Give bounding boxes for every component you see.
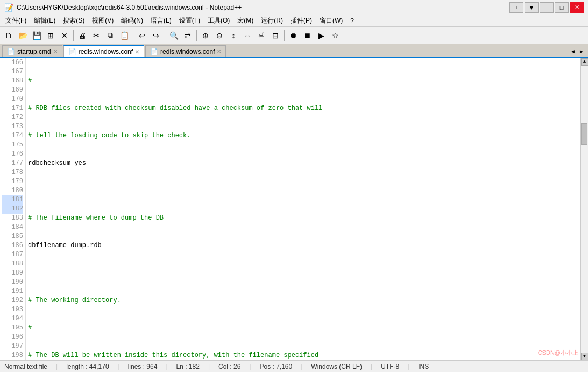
tab-nav-buttons: ◄ ► bbox=[569, 45, 586, 57]
menu-view[interactable]: 视图(V) bbox=[89, 15, 117, 26]
menu-edit[interactable]: 编辑(E) bbox=[31, 15, 59, 26]
scroll-track[interactable] bbox=[581, 66, 589, 353]
ln-196: 196 bbox=[2, 333, 23, 342]
ln-181: 181 bbox=[2, 195, 23, 205]
tab-icon-redis2: 📄 bbox=[150, 48, 158, 55]
menu-encode[interactable]: 编码(N) bbox=[118, 15, 146, 26]
ln-185: 185 bbox=[2, 232, 23, 241]
ln-178: 178 bbox=[2, 168, 23, 177]
line-numbers: 166 167 168 169 170 171 172 173 174 175 … bbox=[0, 58, 26, 360]
tb-macro-play[interactable]: ▶ bbox=[315, 29, 328, 42]
ln-172: 172 bbox=[2, 113, 23, 122]
menu-macro[interactable]: 宏(M) bbox=[234, 15, 257, 26]
tab-close-startup[interactable]: ✕ bbox=[53, 48, 58, 54]
tb-save-all[interactable]: ⊞ bbox=[44, 29, 57, 42]
ln-183: 183 bbox=[2, 214, 23, 223]
code-line-171: # The filename where to dump the DB bbox=[28, 214, 578, 223]
tb-macro-stop[interactable]: ⏹ bbox=[301, 29, 314, 42]
code-line-166: # bbox=[28, 76, 578, 86]
status-lines: lines : 964 bbox=[128, 363, 158, 370]
tab-label-startup: startup.cmd bbox=[17, 48, 51, 55]
code-line-176: # The DB will be written inside this dir… bbox=[28, 351, 578, 360]
tab-redis-conf-1[interactable]: 📄 redis.windows.conf ✕ bbox=[63, 45, 144, 57]
tabbar: 📄 startup.cmd ✕ 📄 redis.windows.conf ✕ 📄… bbox=[0, 44, 588, 58]
tb-find[interactable]: 🔍 bbox=[167, 29, 180, 42]
scroll-down-button[interactable]: ▼ bbox=[581, 353, 589, 360]
statusbar: Normal text file | length : 44,170 | lin… bbox=[0, 360, 588, 372]
ln-189: 189 bbox=[2, 269, 23, 278]
tb-indent-guide[interactable]: ⊟ bbox=[269, 29, 282, 42]
menu-run[interactable]: 运行(R) bbox=[258, 15, 286, 26]
ln-194: 194 bbox=[2, 314, 23, 324]
menu-settings[interactable]: 设置(T) bbox=[176, 15, 203, 26]
tb-sync-scroll-v[interactable]: ↕ bbox=[227, 29, 240, 42]
tb-zoom-in[interactable]: ⊕ bbox=[199, 29, 212, 42]
tb-print[interactable]: 🖨 bbox=[76, 29, 89, 42]
tb-redo[interactable]: ↪ bbox=[150, 29, 162, 42]
status-col: Col : 26 bbox=[218, 363, 240, 370]
tab-scroll-left[interactable]: ◄ bbox=[569, 45, 577, 57]
tb-sep2 bbox=[133, 30, 133, 41]
tb-close[interactable]: ✕ bbox=[58, 29, 71, 42]
tb-cut[interactable]: ✂ bbox=[90, 29, 103, 42]
window-controls: + ▼ ─ □ ✕ bbox=[509, 2, 584, 13]
tab-startup[interactable]: 📄 startup.cmd ✕ bbox=[2, 45, 62, 57]
menu-window[interactable]: 窗口(W) bbox=[316, 15, 346, 26]
ln-184: 184 bbox=[2, 223, 23, 232]
status-ln: Ln : 182 bbox=[176, 363, 200, 370]
code-line-172: dbfilename dump.rdb bbox=[28, 241, 578, 250]
tab-icon-redis1: 📄 bbox=[68, 48, 76, 55]
tb-save[interactable]: 💾 bbox=[30, 29, 43, 42]
status-eol: Windows (CR LF) bbox=[311, 363, 362, 370]
tb-open[interactable]: 📂 bbox=[16, 29, 29, 42]
code-line-169: rdbchecksum yes bbox=[28, 159, 578, 168]
menu-file[interactable]: 文件(F) bbox=[2, 15, 30, 26]
tab-redis-conf-2[interactable]: 📄 redis.windows.conf ✕ bbox=[145, 45, 226, 57]
minimize-button[interactable]: ─ bbox=[540, 2, 554, 13]
tab-label-redis1: redis.windows.conf bbox=[79, 48, 133, 55]
tb-macro-save[interactable]: ☆ bbox=[329, 29, 342, 42]
tb-sep3 bbox=[165, 30, 165, 41]
tb-sep4 bbox=[196, 30, 197, 41]
menu-plugins[interactable]: 插件(P) bbox=[287, 15, 315, 26]
tb-undo[interactable]: ↩ bbox=[136, 29, 148, 42]
vertical-scrollbar: ▲ ▼ bbox=[580, 58, 588, 360]
window-title: C:\Users\HYGK\Desktop\txqc\redis64-3.0.5… bbox=[17, 4, 509, 11]
tab-menu-button[interactable]: ▼ bbox=[525, 2, 539, 13]
ln-173: 173 bbox=[2, 122, 23, 131]
scroll-up-button[interactable]: ▲ bbox=[581, 58, 589, 66]
toolbar: 🗋 📂 💾 ⊞ ✕ 🖨 ✂ ⧉ 📋 ↩ ↪ 🔍 ⇄ ⊕ ⊖ ↕ ↔ ⏎ ⊟ ⏺ … bbox=[0, 27, 588, 44]
tb-macro-rec[interactable]: ⏺ bbox=[287, 29, 300, 42]
ln-180: 180 bbox=[2, 186, 23, 195]
maximize-button[interactable]: □ bbox=[555, 2, 569, 13]
code-editor[interactable]: # # RDB files created with checksum disa… bbox=[26, 58, 580, 360]
code-line-168: # tell the loading code to skip the chec… bbox=[28, 131, 578, 141]
tb-copy[interactable]: ⧉ bbox=[104, 29, 117, 42]
tab-scroll-right[interactable]: ► bbox=[577, 45, 586, 57]
ln-186: 186 bbox=[2, 241, 23, 250]
app-icon: 📝 bbox=[4, 3, 13, 12]
menu-tools[interactable]: 工具(O) bbox=[204, 15, 233, 26]
status-length: length : 44,170 bbox=[66, 363, 109, 370]
tb-sync-scroll-h[interactable]: ↔ bbox=[241, 29, 254, 42]
add-tab-button[interactable]: + bbox=[509, 2, 523, 13]
status-file-type: Normal text file bbox=[4, 363, 47, 370]
code-line-174: # The working directory. bbox=[28, 296, 578, 305]
tb-wrap[interactable]: ⏎ bbox=[255, 29, 268, 42]
scroll-thumb[interactable] bbox=[581, 123, 587, 145]
tb-paste[interactable]: 📋 bbox=[118, 29, 131, 42]
ln-187: 187 bbox=[2, 250, 23, 259]
tb-replace[interactable]: ⇄ bbox=[181, 29, 194, 42]
ln-175: 175 bbox=[2, 141, 23, 150]
tb-new[interactable]: 🗋 bbox=[2, 29, 15, 42]
code-line-175: # bbox=[28, 324, 578, 333]
ln-174: 174 bbox=[2, 131, 23, 141]
menu-help[interactable]: ? bbox=[347, 16, 357, 26]
tb-zoom-out[interactable]: ⊖ bbox=[213, 29, 226, 42]
menubar: 文件(F) 编辑(E) 搜索(S) 视图(V) 编码(N) 语言(L) 设置(T… bbox=[0, 15, 588, 27]
tab-close-redis2[interactable]: ✕ bbox=[217, 48, 221, 54]
menu-search[interactable]: 搜索(S) bbox=[60, 15, 88, 26]
tab-close-redis1[interactable]: ✕ bbox=[135, 49, 139, 55]
menu-language[interactable]: 语言(L) bbox=[147, 15, 175, 26]
close-button[interactable]: ✕ bbox=[570, 2, 584, 13]
